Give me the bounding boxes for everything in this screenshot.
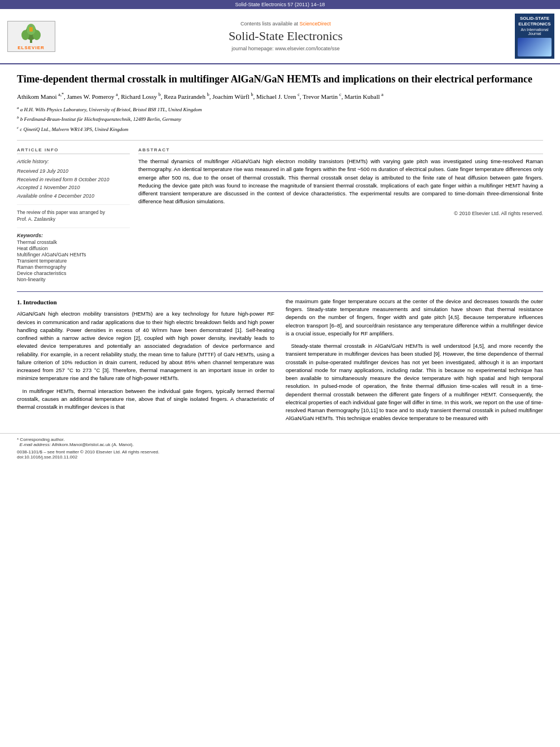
journal-homepage: journal homepage: www.elsevier.com/locat… bbox=[62, 46, 509, 51]
abstract-text: The thermal dynamics of multifinger AlGa… bbox=[138, 158, 543, 206]
journal-header: ELSEVIER Contents lists available at Sci… bbox=[0, 9, 560, 64]
body-text-section: 1. Introduction AlGaN/GaN high electron … bbox=[17, 298, 543, 427]
body-para-1: AlGaN/GaN high electron mobility transis… bbox=[17, 310, 274, 382]
article-info-col: ARTICLE INFO Article history: Received 1… bbox=[17, 147, 130, 283]
elsevier-logo: ELSEVIER bbox=[6, 21, 56, 52]
corresponding-author-note: * Corresponding author. E-mail address: … bbox=[17, 437, 543, 447]
journal-cover: SOLID-STATE ELECTRONICS An International… bbox=[515, 14, 554, 59]
page-footer: * Corresponding author. E-mail address: … bbox=[0, 433, 560, 463]
keyword-2: Heat diffusion bbox=[17, 246, 130, 251]
footer-doi: 0038-1101/$ – see front matter © 2010 El… bbox=[17, 449, 543, 460]
elsevier-wordmark: ELSEVIER bbox=[18, 45, 45, 50]
accepted-date: Accepted 1 November 2010 bbox=[17, 184, 130, 191]
affil-2: b b Ferdinand-Braun-Institut für Höchstf… bbox=[17, 115, 543, 124]
keyword-1: Thermal crosstalk bbox=[17, 239, 130, 245]
available-online-date: Available online 4 December 2010 bbox=[17, 192, 130, 200]
keyword-5: Raman thermography bbox=[17, 264, 130, 270]
keywords-label: Keywords: bbox=[17, 233, 130, 238]
footer-left: * Corresponding author. E-mail address: … bbox=[17, 437, 543, 460]
journal-reference: Solid-State Electronics 57 (2011) 14–18 bbox=[235, 2, 325, 7]
sciencedirect-link[interactable]: ScienceDirect bbox=[300, 21, 331, 27]
authors-line: Athikom Manoi a,*, James W. Pomeroy a, R… bbox=[17, 91, 543, 101]
copyright: © 2010 Elsevier Ltd. All rights reserved… bbox=[138, 211, 543, 216]
article-history: Article history: Received 19 July 2010 R… bbox=[17, 158, 130, 205]
cover-title: SOLID-STATE ELECTRONICS bbox=[517, 16, 552, 27]
affiliations: a a H.H. Wills Physics Laboratory, Unive… bbox=[17, 105, 543, 141]
received-revised-date: Received in revised form 8 October 2010 bbox=[17, 176, 130, 184]
article-title: Time-dependent thermal crosstalk in mult… bbox=[17, 73, 543, 86]
journal-title-section: Contents lists available at ScienceDirec… bbox=[62, 21, 509, 51]
body-para-3: the maximum gate finger temperature occu… bbox=[286, 298, 543, 338]
keyword-3: Multifinger AlGaN/GaN HEMTs bbox=[17, 252, 130, 257]
body-col-left: 1. Introduction AlGaN/GaN high electron … bbox=[17, 298, 274, 427]
journal-cover-image: SOLID-STATE ELECTRONICS An International… bbox=[515, 14, 554, 59]
keywords-section: Keywords: Thermal crosstalk Heat diffusi… bbox=[17, 233, 130, 282]
section-divider bbox=[17, 291, 543, 292]
svg-rect-5 bbox=[29, 27, 33, 32]
journal-name: Solid-State Electronics bbox=[62, 29, 509, 43]
elsevier-tree-icon bbox=[17, 23, 45, 44]
abstract-header: ABSTRACT bbox=[138, 147, 543, 154]
affil-3: c c QinetiQ Ltd., Malvern WR14 3PS, Unit… bbox=[17, 125, 543, 134]
journal-reference-bar: Solid-State Electronics 57 (2011) 14–18 bbox=[0, 0, 560, 9]
cover-subtitle: An International Journal bbox=[517, 28, 552, 36]
keyword-6: Device characteristics bbox=[17, 270, 130, 276]
body-para-4: Steady-state thermal crosstalk in AlGaN/… bbox=[286, 342, 543, 423]
keyword-4: Transient temperature bbox=[17, 258, 130, 264]
elsevier-logo-box: ELSEVIER bbox=[7, 21, 55, 52]
sciencedirect-line: Contents lists available at ScienceDirec… bbox=[62, 21, 509, 27]
info-abstract-section: ARTICLE INFO Article history: Received 1… bbox=[17, 147, 543, 283]
keyword-7: Non-linearity bbox=[17, 277, 130, 282]
body-col-right: the maximum gate finger temperature occu… bbox=[286, 298, 543, 427]
main-content: Time-dependent thermal crosstalk in mult… bbox=[0, 64, 560, 433]
abstract-col: ABSTRACT The thermal dynamics of multifi… bbox=[138, 147, 543, 283]
article-info-header: ARTICLE INFO bbox=[17, 147, 130, 154]
section1-title: 1. Introduction bbox=[17, 298, 274, 307]
history-label: Article history: bbox=[17, 158, 130, 165]
affil-1: a a H.H. Wills Physics Laboratory, Unive… bbox=[17, 105, 543, 114]
body-para-2: In multifinger HEMTs, thermal interactio… bbox=[17, 387, 274, 412]
received-date: Received 19 July 2010 bbox=[17, 167, 130, 175]
keywords-list: Thermal crosstalk Heat diffusion Multifi… bbox=[17, 239, 130, 282]
peer-review-note: The review of this paper was arranged by… bbox=[17, 209, 130, 228]
